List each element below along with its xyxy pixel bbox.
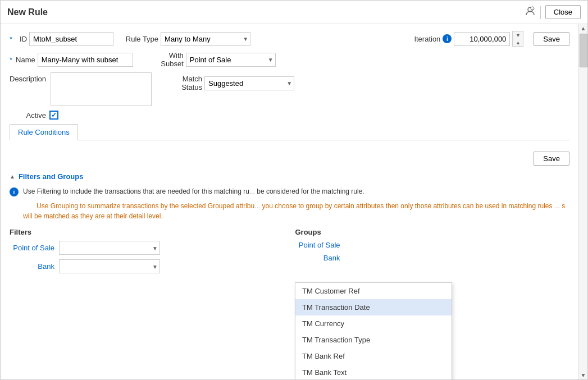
tab-content: Save ▲ Filters and Groups i Use Filterin…	[10, 147, 569, 282]
with-subset-label: WithSubset	[144, 51, 184, 68]
pos-filter-select-wrapper: ▼	[59, 241, 160, 255]
active-label: Active	[10, 111, 46, 120]
with-subset-select[interactable]: Point of Sale Bank	[186, 53, 276, 67]
iteration-spinners: ▼ ▲	[512, 31, 523, 47]
description-label: Description	[10, 72, 46, 83]
match-status-select[interactable]: Suggested Auto Manual	[204, 76, 294, 90]
warning-text: Use Grouping to summarize transactions b…	[23, 202, 565, 220]
bank-filter-select-wrapper: ▼	[59, 259, 160, 273]
scrollbar: ▲ ▼	[578, 24, 587, 379]
dropdown-item-1[interactable]: TM Transaction Date	[295, 299, 452, 315]
main-content: * ID Rule Type Many to Many One to One O…	[1, 24, 587, 379]
inner-save-row: Save	[10, 152, 569, 166]
dropdown-item-0[interactable]: TM Customer Ref	[295, 283, 452, 299]
bank-filter-row: Bank ▼	[10, 259, 284, 273]
warning-box: Use Grouping to summarize transactions b…	[10, 201, 569, 221]
iteration-down-btn[interactable]: ▼	[513, 31, 523, 39]
dropdown-item-4[interactable]: TM Bank Ref	[295, 348, 452, 364]
with-subset-wrapper: Point of Sale Bank ▼	[186, 53, 276, 67]
dropdown-overlay: TM Customer Ref TM Transaction Date TM C…	[295, 282, 452, 379]
groups-col: Groups Point of Sale Bank	[295, 228, 570, 278]
id-input[interactable]	[29, 32, 113, 46]
filters-label: Filters	[10, 228, 284, 236]
pos-filter-select[interactable]	[59, 241, 160, 255]
bank-group-row: Bank	[295, 254, 570, 262]
info-box-text: Use Filtering to include the transaction…	[23, 186, 364, 196]
divider	[540, 6, 541, 19]
dropdown-item-3[interactable]: TM Transaction Type	[295, 332, 452, 348]
pos-group-label: Point of Sale	[295, 241, 340, 249]
window-title: New Rule	[7, 7, 48, 17]
section-title: Filters and Groups	[19, 172, 84, 181]
active-check-icon: ✓	[51, 111, 57, 119]
dropdown-item-5[interactable]: TM Bank Text	[295, 364, 452, 379]
svg-text:+: +	[531, 7, 533, 11]
form-area: * ID Rule Type Many to Many One to One O…	[1, 24, 578, 379]
inner-save-button[interactable]: Save	[534, 152, 569, 166]
name-input[interactable]	[38, 53, 133, 67]
save-button-top[interactable]: Save	[534, 32, 569, 46]
iteration-input[interactable]	[454, 32, 510, 46]
id-label: ID	[16, 35, 27, 43]
scroll-down-arrow-icon[interactable]: ▼	[580, 371, 587, 379]
active-row: Active ✓	[10, 111, 569, 120]
rule-type-label: Rule Type	[125, 35, 158, 43]
pos-filter-row: Point of Sale ▼	[10, 241, 284, 255]
dropdown-item-2[interactable]: TM Currency	[295, 315, 452, 332]
groups-label: Groups	[295, 228, 570, 236]
active-checkbox[interactable]: ✓	[49, 111, 58, 120]
scrollbar-thumb[interactable]	[580, 34, 587, 67]
pos-filter-label: Point of Sale	[10, 244, 54, 252]
filters-groups-row: Filters Point of Sale ▼ Bank	[10, 228, 569, 278]
rule-type-wrapper: Many to Many One to One One to Many ▼	[161, 32, 250, 46]
rule-type-select[interactable]: Many to Many One to One One to Many	[161, 32, 250, 46]
description-textarea[interactable]	[51, 72, 152, 106]
bank-filter-select[interactable]	[59, 259, 160, 273]
close-button[interactable]: Close	[545, 5, 581, 19]
pos-group-row: Point of Sale	[295, 241, 570, 249]
info-box: i Use Filtering to include the transacti…	[10, 186, 569, 196]
scroll-up-arrow-icon[interactable]: ▲	[580, 24, 587, 33]
bank-filter-label: Bank	[10, 262, 54, 271]
section-header: ▲ Filters and Groups	[10, 172, 569, 181]
id-required-star: *	[10, 35, 12, 43]
tabs-bar: Rule Conditions	[10, 124, 569, 140]
bank-group-label: Bank	[295, 254, 340, 262]
new-rule-window: New Rule + Close * ID	[0, 0, 588, 380]
tab-rule-conditions[interactable]: Rule Conditions	[10, 124, 78, 140]
filters-col: Filters Point of Sale ▼ Bank	[10, 228, 284, 278]
iteration-info-icon[interactable]: i	[443, 34, 452, 43]
section-triangle-icon: ▲	[10, 173, 15, 180]
user-icon-btn[interactable]: +	[525, 6, 536, 19]
name-label: Name	[16, 56, 35, 64]
info-box-icon: i	[10, 187, 19, 196]
match-status-label: MatchStatus	[163, 75, 202, 91]
iteration-up-btn[interactable]: ▲	[513, 39, 523, 46]
title-bar-actions: + Close	[525, 5, 581, 19]
title-bar: New Rule + Close	[1, 1, 587, 24]
match-status-wrapper: Suggested Auto Manual ▼	[204, 76, 294, 90]
iteration-label: Iteration	[414, 35, 440, 43]
name-required-star: *	[10, 56, 12, 64]
